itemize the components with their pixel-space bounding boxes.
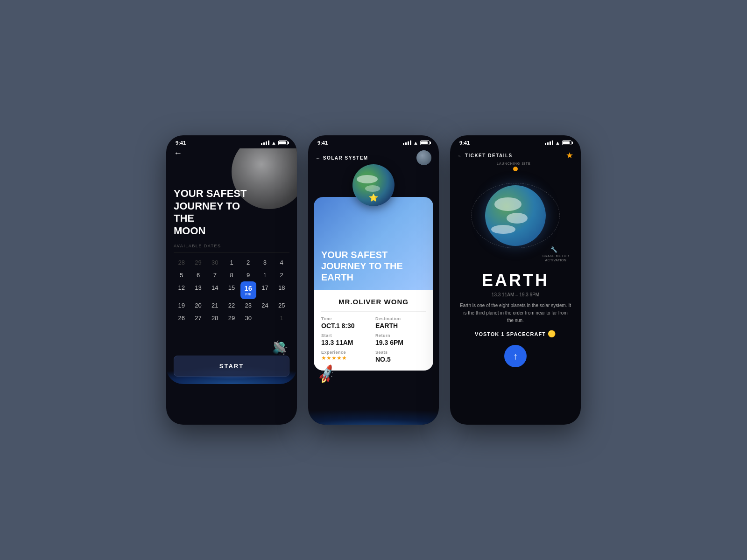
favorite-star[interactable]: ★ (566, 150, 573, 161)
time-label: Time (321, 316, 372, 321)
cal-cell[interactable]: 29 (224, 312, 240, 324)
wifi-icon: ▲ (271, 140, 276, 146)
cal-cell[interactable]: 7 (207, 269, 223, 281)
cal-cell[interactable]: 2 (274, 269, 289, 281)
time-3: 9:41 (459, 140, 470, 146)
cal-cell[interactable]: 23 (240, 299, 256, 312)
ticket-divider (321, 311, 426, 312)
cal-cell[interactable]: 18 (274, 281, 289, 299)
status-icons-2: ▲ (403, 140, 430, 146)
planet-description: Earth is one of the eight planets in the… (450, 302, 581, 324)
brake-motor-area: BRAKE MOTORACTIVATION (543, 254, 569, 262)
cal-cell[interactable]: 20 (190, 299, 206, 312)
experience-label: Experience (321, 350, 372, 355)
seats-value: NO.5 (375, 356, 426, 363)
avatar (416, 150, 431, 165)
hero-title: YOUR SAFEST JOURNEY TO THE MOON (174, 188, 258, 237)
cal-cell[interactable]: 1 (224, 256, 240, 269)
ticket-details-grid: Time OCT.1 8:30 Destination EARTH Start … (321, 316, 426, 363)
calendar-week1: 28 29 30 1 2 3 4 (174, 256, 289, 269)
cal-cell[interactable]: 27 (190, 312, 206, 324)
orbit-container: LAUNCHING SITE BRAKE MOTORACTIVATION 🔧 (464, 164, 567, 267)
battery-icon (562, 140, 571, 145)
cal-cell[interactable]: 9 (240, 269, 256, 281)
back-button-3[interactable]: ← TICKET DETAILS (458, 153, 513, 158)
status-bar-2: 9:41 ▲ (308, 135, 439, 148)
back-button-2[interactable]: ← SOLAR SYSTEM (316, 155, 368, 161)
passenger-name: MR.OLIVER WONG (321, 298, 426, 306)
cal-cell[interactable]: 30 (240, 312, 256, 324)
calendar-divider (174, 252, 289, 252)
back-button-1[interactable]: ← (174, 148, 182, 158)
cal-cell[interactable]: 26 (174, 312, 190, 324)
ticket-bottom: MR.OLIVER WONG Time OCT.1 8:30 Destinati… (314, 290, 433, 371)
cal-cell[interactable]: 6 (190, 269, 206, 281)
brake-label: BRAKE MOTORACTIVATION (543, 254, 569, 262)
return-field: Return 19.3 6PM (375, 333, 426, 346)
cal-cell[interactable]: 19 (174, 299, 190, 312)
spacecraft-name: VOSTOK 1 SPACECRAFT (475, 331, 546, 337)
earth-horizon-2 (308, 396, 439, 425)
destination-label: Destination (375, 316, 426, 321)
screens-container: 9:41 ▲ ← YOUR SAFEST JOURNEY TO THE (166, 135, 581, 425)
calendar-week3: 12 13 14 15 16 FRI 17 18 (174, 281, 289, 299)
cal-cell[interactable]: 12 (174, 281, 190, 299)
battery-icon (278, 140, 288, 145)
cal-cell[interactable]: 2 (240, 256, 256, 269)
signal-icon (403, 140, 411, 145)
cal-cell[interactable]: 5 (174, 269, 190, 281)
battery-icon (420, 140, 430, 145)
calendar-week4: 19 20 21 22 23 24 25 (174, 299, 289, 312)
cal-cell[interactable]: 22 (224, 299, 240, 312)
cal-cell[interactable]: 8 (224, 269, 240, 281)
star-badge-globe: ⭐ (369, 193, 378, 202)
screen-calendar: 9:41 ▲ ← YOUR SAFEST JOURNEY TO THE (166, 135, 297, 425)
wifi-icon: ▲ (555, 140, 560, 146)
return-label: Return (375, 333, 426, 338)
cal-cell[interactable]: 4 (274, 256, 289, 269)
cal-cell[interactable]: 29 (190, 256, 206, 269)
status-bar-3: 9:41 ▲ (450, 135, 581, 148)
screen1-footer: 🛸 START (166, 328, 297, 384)
cal-cell[interactable]: 25 (274, 299, 289, 312)
earth-detail (485, 185, 546, 246)
time-field: Time OCT.1 8:30 (321, 316, 372, 329)
status-icons-3: ▲ (545, 140, 571, 146)
ticket-top: YOUR SAFEST JOURNEY TO THE EARTH (314, 197, 433, 290)
start-value: 13.3 11AM (321, 339, 372, 346)
planet-dates: 13.3 11AM – 19.3 6PM (450, 292, 581, 297)
cal-cell-selected[interactable]: 16 FRI (240, 281, 256, 299)
cal-cell[interactable]: 30 (207, 256, 223, 269)
brake-icon: 🔧 (550, 246, 557, 253)
ticket-card: YOUR SAFEST JOURNEY TO THE EARTH MR.OLIV… (314, 197, 433, 371)
screen2-bottom (308, 382, 439, 425)
title-line2: JOURNEY TO THE (174, 200, 240, 224)
screen-ticket-details: 9:41 ▲ ← TICKET DETAILS ★ (450, 135, 581, 425)
rocket-icon: 🚀 (315, 364, 337, 385)
seats-field: Seats NO.5 (375, 350, 426, 363)
cal-cell[interactable]: 3 (257, 256, 273, 269)
cal-cell[interactable]: 24 (257, 299, 273, 312)
cal-cell[interactable]: 14 (207, 281, 223, 299)
cal-cell[interactable]: 21 (207, 299, 223, 312)
cal-cell[interactable]: 1 (257, 269, 273, 281)
cal-cell[interactable]: 15 (224, 281, 240, 299)
up-button[interactable]: ↑ (504, 345, 527, 367)
status-icons-1: ▲ (261, 140, 288, 146)
calendar-week2: 5 6 7 8 9 1 2 (174, 269, 289, 281)
signal-icon (261, 140, 269, 145)
cal-cell[interactable]: 13 (190, 281, 206, 299)
start-button[interactable]: START (174, 356, 289, 377)
launch-site-dot (513, 167, 518, 171)
cal-cell[interactable]: 28 (174, 256, 190, 269)
time-value: OCT.1 8:30 (321, 322, 372, 329)
wifi-icon: ▲ (413, 140, 418, 146)
cal-cell[interactable] (257, 312, 273, 324)
cal-cell[interactable]: 17 (257, 281, 273, 299)
rocket-area: 🚀 (308, 366, 439, 382)
stars-rating: ★★★★★ (321, 355, 372, 361)
cal-cell[interactable]: 28 (207, 312, 223, 324)
start-label: Start (321, 333, 372, 338)
spacecraft-label: VOSTOK 1 SPACECRAFT 🟡 (450, 330, 581, 337)
cal-cell[interactable]: 1 (274, 312, 289, 324)
